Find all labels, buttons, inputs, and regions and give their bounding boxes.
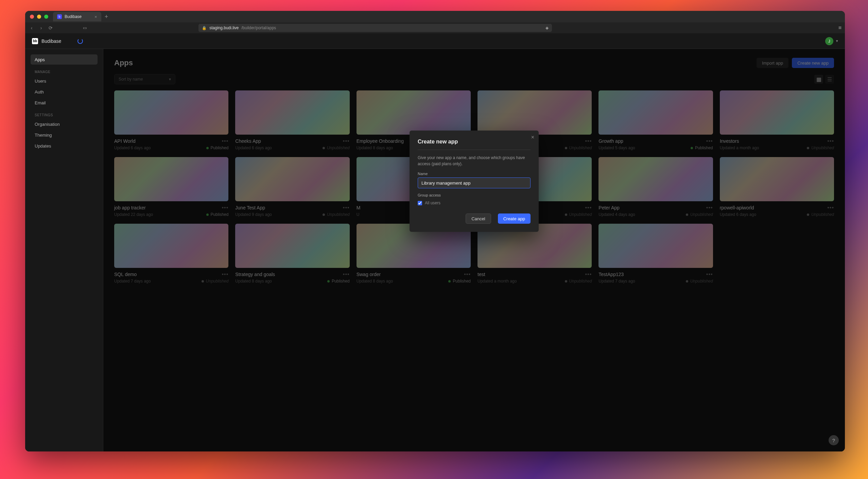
help-button[interactable]: ? [829, 435, 839, 445]
cancel-button[interactable]: Cancel [466, 213, 491, 224]
sidebar: Apps MANAGE Users Auth Email SETTINGS Or… [25, 49, 103, 451]
traffic-lights [30, 15, 48, 19]
user-menu-caret-icon[interactable]: ▾ [836, 39, 838, 43]
url-path: /builder/portal/apps [241, 25, 276, 30]
sidebar-item-auth[interactable]: Auth [31, 87, 98, 97]
loading-spinner-icon [77, 38, 83, 44]
reader-icon[interactable]: ▭ [83, 25, 87, 30]
name-label: Name [418, 172, 531, 176]
bb-logo-icon: bb [32, 38, 38, 44]
forward-button[interactable]: › [38, 25, 44, 31]
sidebar-item-email[interactable]: Email [31, 98, 98, 108]
favicon-icon: b [57, 14, 62, 19]
app-header: bb Budibase J ▾ [25, 33, 845, 49]
brand-label: Budibase [41, 38, 61, 44]
window-close-button[interactable] [30, 15, 34, 19]
browser-window: b Budibase × + ‹ › ⟳ ▭ 🔒 staging.budi.li… [25, 11, 845, 451]
sidebar-item-updates[interactable]: Updates [31, 141, 98, 151]
sidebar-item-organisation[interactable]: Organisation [31, 119, 98, 129]
create-app-button[interactable]: Create app [498, 213, 531, 224]
group-access-label: Group access [418, 193, 531, 197]
browser-menu-button[interactable]: ≡ [838, 25, 841, 31]
avatar[interactable]: J [825, 37, 833, 45]
modal-title: Create new app [418, 139, 531, 145]
sidebar-heading-settings: SETTINGS [31, 108, 98, 119]
url-host: staging.budi.live [209, 25, 239, 30]
sidebar-item-users[interactable]: Users [31, 76, 98, 86]
sidebar-heading-manage: MANAGE [31, 65, 98, 76]
all-users-checkbox[interactable] [418, 201, 422, 205]
url-bar[interactable]: ▭ 🔒 staging.budi.live/builder/portal/app… [198, 24, 552, 32]
create-app-modal: × Create new app Give your new app a nam… [410, 131, 539, 232]
sidebar-item-theming[interactable]: Theming [31, 130, 98, 140]
shield-icon[interactable]: ◈ [545, 25, 549, 30]
reload-button[interactable]: ⟳ [48, 25, 54, 31]
url-bar-row: ‹ › ⟳ ▭ 🔒 staging.budi.live/builder/port… [25, 22, 845, 33]
lock-icon: 🔒 [202, 26, 207, 30]
app-shell: bb Budibase J ▾ Apps MANAGE Users Auth E… [25, 33, 845, 451]
modal-description: Give your new app a name, and choose whi… [418, 155, 531, 167]
sidebar-item-apps[interactable]: Apps [31, 54, 98, 65]
main-content: Apps Import app Create new app Sort by n… [103, 49, 845, 451]
titlebar: b Budibase × + [25, 11, 845, 22]
modal-close-button[interactable]: × [531, 134, 534, 140]
browser-tab[interactable]: b Budibase × [53, 12, 101, 21]
back-button[interactable]: ‹ [29, 25, 35, 31]
modal-overlay[interactable]: × Create new app Give your new app a nam… [103, 49, 845, 451]
window-maximize-button[interactable] [44, 15, 48, 19]
new-tab-button[interactable]: + [105, 13, 108, 20]
app-name-input[interactable] [418, 177, 531, 188]
tab-title: Budibase [65, 14, 82, 19]
tab-close-icon[interactable]: × [94, 14, 97, 19]
window-minimize-button[interactable] [37, 15, 41, 19]
all-users-label: All users [425, 201, 440, 205]
